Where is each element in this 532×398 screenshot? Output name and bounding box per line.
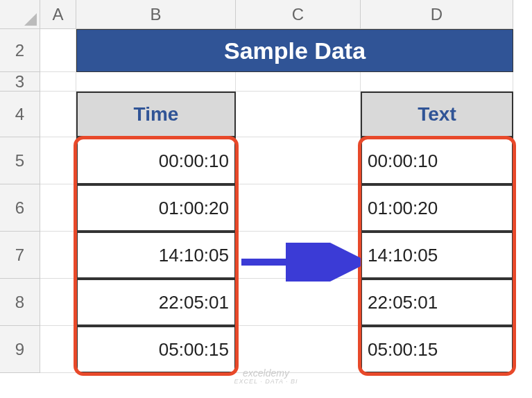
cell-A9[interactable]: [40, 326, 76, 373]
cell-C4[interactable]: [236, 92, 361, 137]
text-9[interactable]: 05:00:15: [361, 326, 513, 373]
watermark: exceldemy EXCEL · DATA · BI: [234, 368, 298, 386]
col-header-D[interactable]: D: [361, 0, 513, 29]
row-header-2[interactable]: 2: [0, 29, 40, 72]
header-time[interactable]: Time: [76, 92, 236, 137]
cell-A8[interactable]: [40, 279, 76, 326]
column-headers: A B C D: [40, 0, 513, 29]
cell-D3[interactable]: [361, 72, 513, 92]
cell-A4[interactable]: [40, 92, 76, 137]
select-all-corner[interactable]: [0, 0, 40, 29]
row-header-4[interactable]: 4: [0, 92, 40, 137]
text-8[interactable]: 22:05:01: [361, 279, 513, 326]
watermark-line2: EXCEL · DATA · BI: [234, 379, 298, 386]
select-all-icon: [24, 13, 37, 26]
cell-C6[interactable]: [236, 184, 361, 232]
cell-A5[interactable]: [40, 137, 76, 184]
row-header-6[interactable]: 6: [0, 184, 40, 232]
col-header-C[interactable]: C: [236, 0, 361, 29]
text-7[interactable]: 14:10:05: [361, 232, 513, 279]
row-header-7[interactable]: 7: [0, 232, 40, 279]
watermark-line1: exceldemy: [234, 368, 298, 379]
col-header-B[interactable]: B: [76, 0, 236, 29]
cell-B3[interactable]: [76, 72, 236, 92]
cell-C7[interactable]: [236, 232, 361, 279]
cell-C9[interactable]: [236, 326, 361, 373]
cell-C3[interactable]: [236, 72, 361, 92]
row-headers: 2 3 4 5 6 7 8 9: [0, 29, 40, 373]
time-5[interactable]: 00:00:10: [76, 137, 236, 184]
row-header-3[interactable]: 3: [0, 72, 40, 92]
cell-A7[interactable]: [40, 232, 76, 279]
text-5[interactable]: 00:00:10: [361, 137, 513, 184]
cell-A2[interactable]: [40, 29, 76, 72]
spreadsheet: A B C D 2 3 4 5 6 7 8 9 Sample Data Time: [0, 0, 532, 398]
cell-C8[interactable]: [236, 279, 361, 326]
grid: Sample Data Time Text 00:00:10 00:00:10 …: [40, 29, 513, 373]
text-6[interactable]: 01:00:20: [361, 184, 513, 232]
time-8[interactable]: 22:05:01: [76, 279, 236, 326]
title-cell[interactable]: Sample Data: [76, 29, 513, 72]
col-header-A[interactable]: A: [40, 0, 76, 29]
row-header-5[interactable]: 5: [0, 137, 40, 184]
row-header-9[interactable]: 9: [0, 326, 40, 373]
header-text[interactable]: Text: [361, 92, 513, 137]
time-7[interactable]: 14:10:05: [76, 232, 236, 279]
row-header-8[interactable]: 8: [0, 279, 40, 326]
time-9[interactable]: 05:00:15: [76, 326, 236, 373]
cell-A6[interactable]: [40, 184, 76, 232]
svg-marker-0: [24, 13, 37, 26]
cell-A3[interactable]: [40, 72, 76, 92]
time-6[interactable]: 01:00:20: [76, 184, 236, 232]
cell-C5[interactable]: [236, 137, 361, 184]
